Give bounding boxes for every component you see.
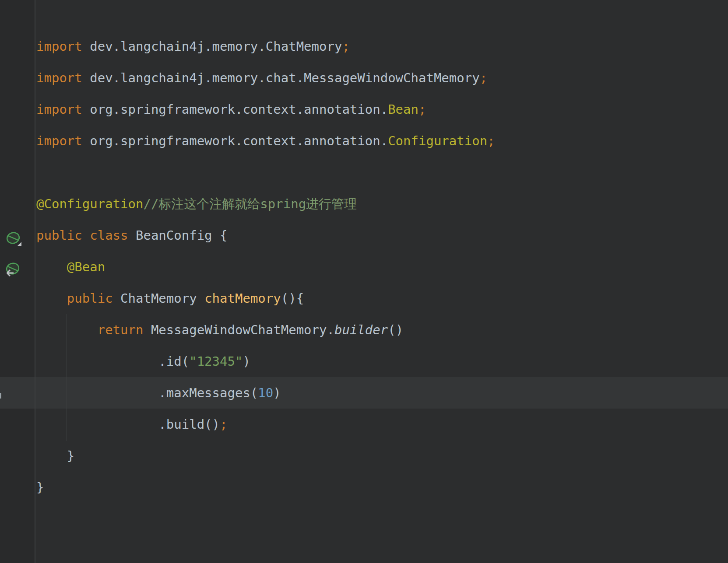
code-token: (){ xyxy=(281,291,304,306)
code-line[interactable]: import dev.langchain4j.memory.chat.Messa… xyxy=(0,62,728,94)
code-token: Configuration xyxy=(388,133,487,148)
code-line[interactable]: import org.springframework.context.annot… xyxy=(0,125,728,157)
code-token: ) xyxy=(243,354,250,369)
code-token: dev.langchain4j.memory.chat.MessageWindo… xyxy=(82,70,480,85)
code-token: import xyxy=(36,39,82,54)
code-token: //标注这个注解就给spring进行管理 xyxy=(143,196,357,211)
code-line[interactable]: @Configuration//标注这个注解就给spring进行管理 xyxy=(0,188,728,220)
code-area[interactable]: import dev.langchain4j.memory.ChatMemory… xyxy=(0,31,728,503)
code-token: dev.langchain4j.memory.ChatMemory xyxy=(82,39,342,54)
code-token: } xyxy=(36,480,44,495)
code-line[interactable]: public ChatMemory chatMemory(){ xyxy=(0,283,728,314)
code-token: BeanConfig { xyxy=(128,228,228,243)
code-line[interactable]: .id("12345") xyxy=(0,346,728,377)
code-line[interactable]: import dev.langchain4j.memory.ChatMemory… xyxy=(0,31,728,62)
code-token: import xyxy=(36,102,82,117)
code-token: @Configuration xyxy=(36,196,143,211)
gutter-separator-line xyxy=(35,0,35,563)
code-token: .maxMessages( xyxy=(158,385,258,400)
code-token: public class xyxy=(36,228,128,243)
code-line[interactable]: } xyxy=(0,440,728,472)
code-token: ; xyxy=(220,417,227,432)
code-token: chatMemory xyxy=(204,291,281,306)
code-line[interactable]: @Bean xyxy=(0,251,728,283)
code-token: .build() xyxy=(158,417,220,432)
code-line[interactable]: return MessageWindowChatMemory.builder() xyxy=(0,314,728,346)
code-token: return xyxy=(98,322,144,337)
code-line-current[interactable]: .maxMessages(10) xyxy=(0,377,728,409)
code-token: } xyxy=(67,448,74,463)
code-token: ) xyxy=(273,385,281,400)
code-token: ; xyxy=(480,70,487,85)
caret-line-marker xyxy=(0,393,1,399)
code-line[interactable] xyxy=(0,157,728,188)
spring-bean-icon[interactable] xyxy=(5,230,22,247)
code-token: () xyxy=(388,322,403,337)
indent-guide xyxy=(97,346,97,441)
code-token: import xyxy=(36,133,82,148)
code-line[interactable]: public class BeanConfig { xyxy=(0,220,728,251)
code-token: org.springframework.context.annotation. xyxy=(82,102,388,117)
code-token: ; xyxy=(342,39,349,54)
code-token: public xyxy=(67,291,113,306)
code-token: Bean xyxy=(388,102,419,117)
spring-bean-navigate-icon[interactable] xyxy=(5,261,21,277)
code-token: "12345" xyxy=(189,354,243,369)
code-token: ; xyxy=(487,133,495,148)
code-line[interactable]: import org.springframework.context.annot… xyxy=(0,94,728,125)
code-token: org.springframework.context.annotation. xyxy=(82,133,388,148)
code-token: MessageWindowChatMemory. xyxy=(143,322,334,337)
code-token: import xyxy=(36,70,82,85)
code-token: 10 xyxy=(258,385,273,400)
code-line[interactable]: .build(); xyxy=(0,409,728,440)
code-token: ChatMemory xyxy=(113,291,205,306)
indent-guide xyxy=(67,314,67,441)
code-token: .id( xyxy=(158,354,189,369)
code-line[interactable]: } xyxy=(0,472,728,503)
code-editor: import dev.langchain4j.memory.ChatMemory… xyxy=(0,0,728,563)
code-token: @Bean xyxy=(67,259,105,274)
code-token: builder xyxy=(334,322,388,337)
code-token: ; xyxy=(419,102,426,117)
